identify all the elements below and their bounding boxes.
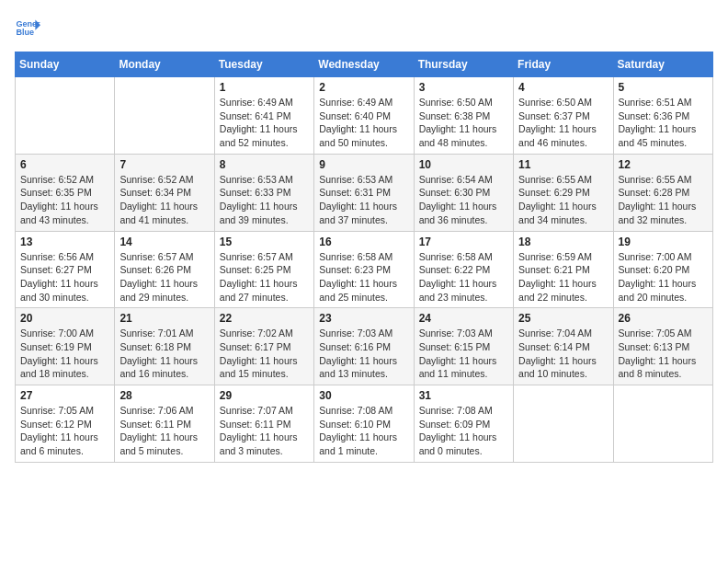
day-number: 28 [119,389,209,402]
calendar-cell: 9Sunrise: 6:53 AM Sunset: 6:31 PM Daylig… [314,154,414,231]
day-number: 22 [220,312,309,325]
day-number: 17 [419,236,508,248]
cell-content: Sunrise: 6:58 AM Sunset: 6:22 PM Dayligh… [419,250,508,304]
cell-content: Sunrise: 6:53 AM Sunset: 6:31 PM Dayligh… [319,173,408,227]
logo-icon: General Blue [15,15,40,40]
cell-content: Sunrise: 6:50 AM Sunset: 6:37 PM Dayligh… [518,96,608,150]
day-number: 11 [518,158,608,171]
cell-content: Sunrise: 7:07 AM Sunset: 6:11 PM Dayligh… [220,404,309,458]
cell-content: Sunrise: 7:08 AM Sunset: 6:09 PM Dayligh… [419,404,508,458]
day-number: 5 [619,81,708,94]
cell-content: Sunrise: 6:55 AM Sunset: 6:29 PM Dayligh… [518,173,608,227]
day-number: 23 [319,312,408,325]
day-number: 27 [20,389,109,402]
cell-content: Sunrise: 6:51 AM Sunset: 6:36 PM Dayligh… [619,96,708,150]
calendar-body: 1Sunrise: 6:49 AM Sunset: 6:41 PM Daylig… [16,77,713,463]
calendar-cell: 12Sunrise: 6:55 AM Sunset: 6:28 PM Dayli… [613,154,712,231]
cell-content: Sunrise: 6:49 AM Sunset: 6:41 PM Dayligh… [220,96,309,150]
calendar-cell: 16Sunrise: 6:58 AM Sunset: 6:23 PM Dayli… [314,231,414,308]
cell-content: Sunrise: 6:53 AM Sunset: 6:33 PM Dayligh… [220,173,309,227]
cell-content: Sunrise: 6:52 AM Sunset: 6:34 PM Dayligh… [119,173,209,227]
calendar-cell: 27Sunrise: 7:05 AM Sunset: 6:12 PM Dayli… [16,385,115,463]
cell-content: Sunrise: 6:55 AM Sunset: 6:28 PM Dayligh… [619,173,708,227]
cell-content: Sunrise: 7:04 AM Sunset: 6:14 PM Dayligh… [518,327,608,381]
day-number: 19 [619,236,708,248]
day-number: 8 [220,158,309,171]
cell-content: Sunrise: 6:57 AM Sunset: 6:25 PM Dayligh… [220,250,309,304]
calendar-cell: 17Sunrise: 6:58 AM Sunset: 6:22 PM Dayli… [414,231,513,308]
cell-content: Sunrise: 6:57 AM Sunset: 6:26 PM Dayligh… [119,250,209,304]
day-number: 16 [319,236,408,248]
cell-content: Sunrise: 6:59 AM Sunset: 6:21 PM Dayligh… [518,250,608,304]
calendar-cell: 2Sunrise: 6:49 AM Sunset: 6:40 PM Daylig… [314,77,414,155]
calendar-cell: 4Sunrise: 6:50 AM Sunset: 6:37 PM Daylig… [514,77,613,155]
day-number: 26 [619,312,708,325]
calendar-cell: 10Sunrise: 6:54 AM Sunset: 6:30 PM Dayli… [414,154,513,231]
cell-content: Sunrise: 6:49 AM Sunset: 6:40 PM Dayligh… [319,96,408,150]
calendar-cell [613,385,712,463]
cell-content: Sunrise: 7:02 AM Sunset: 6:17 PM Dayligh… [220,327,309,381]
cell-content: Sunrise: 7:03 AM Sunset: 6:16 PM Dayligh… [319,327,408,381]
header-cell-tuesday: Tuesday [214,52,313,77]
day-number: 25 [518,312,608,325]
calendar-cell: 11Sunrise: 6:55 AM Sunset: 6:29 PM Dayli… [514,154,613,231]
calendar-cell [16,77,115,155]
calendar-cell: 1Sunrise: 6:49 AM Sunset: 6:41 PM Daylig… [214,77,313,155]
logo: General Blue [15,15,44,40]
header-cell-thursday: Thursday [414,52,513,77]
day-number: 7 [119,158,209,171]
calendar-cell: 31Sunrise: 7:08 AM Sunset: 6:09 PM Dayli… [414,385,513,463]
calendar-cell: 6Sunrise: 6:52 AM Sunset: 6:35 PM Daylig… [16,154,115,231]
day-number: 21 [119,312,209,325]
day-number: 14 [119,236,209,248]
calendar-cell: 7Sunrise: 6:52 AM Sunset: 6:34 PM Daylig… [115,154,214,231]
day-number: 3 [419,81,508,94]
calendar-cell: 26Sunrise: 7:05 AM Sunset: 6:13 PM Dayli… [613,308,712,385]
calendar-cell: 29Sunrise: 7:07 AM Sunset: 6:11 PM Dayli… [214,385,313,463]
calendar-week-3: 13Sunrise: 6:56 AM Sunset: 6:27 PM Dayli… [16,231,713,308]
calendar-cell: 25Sunrise: 7:04 AM Sunset: 6:14 PM Dayli… [514,308,613,385]
day-number: 31 [419,389,508,402]
header-cell-friday: Friday [514,52,613,77]
calendar-cell: 23Sunrise: 7:03 AM Sunset: 6:16 PM Dayli… [314,308,414,385]
day-number: 2 [319,81,408,94]
cell-content: Sunrise: 7:03 AM Sunset: 6:15 PM Dayligh… [419,327,508,381]
cell-content: Sunrise: 6:54 AM Sunset: 6:30 PM Dayligh… [419,173,508,227]
calendar-cell: 22Sunrise: 7:02 AM Sunset: 6:17 PM Dayli… [214,308,313,385]
calendar-week-1: 1Sunrise: 6:49 AM Sunset: 6:41 PM Daylig… [16,77,713,155]
calendar-week-4: 20Sunrise: 7:00 AM Sunset: 6:19 PM Dayli… [16,308,713,385]
calendar-cell: 18Sunrise: 6:59 AM Sunset: 6:21 PM Dayli… [514,231,613,308]
cell-content: Sunrise: 7:00 AM Sunset: 6:19 PM Dayligh… [20,327,109,381]
page-header: General Blue [15,15,713,40]
day-number: 10 [419,158,508,171]
calendar-week-2: 6Sunrise: 6:52 AM Sunset: 6:35 PM Daylig… [16,154,713,231]
cell-content: Sunrise: 7:01 AM Sunset: 6:18 PM Dayligh… [119,327,209,381]
header-cell-monday: Monday [115,52,214,77]
day-number: 13 [20,236,109,248]
svg-text:Blue: Blue [16,28,34,37]
header-cell-wednesday: Wednesday [314,52,414,77]
calendar-header: SundayMondayTuesdayWednesdayThursdayFrid… [16,52,713,77]
cell-content: Sunrise: 7:05 AM Sunset: 6:12 PM Dayligh… [20,404,109,458]
calendar-cell: 28Sunrise: 7:06 AM Sunset: 6:11 PM Dayli… [115,385,214,463]
day-number: 30 [319,389,408,402]
calendar-cell: 19Sunrise: 7:00 AM Sunset: 6:20 PM Dayli… [613,231,712,308]
calendar-cell: 13Sunrise: 6:56 AM Sunset: 6:27 PM Dayli… [16,231,115,308]
calendar-cell: 5Sunrise: 6:51 AM Sunset: 6:36 PM Daylig… [613,77,712,155]
calendar-cell: 8Sunrise: 6:53 AM Sunset: 6:33 PM Daylig… [214,154,313,231]
cell-content: Sunrise: 6:50 AM Sunset: 6:38 PM Dayligh… [419,96,508,150]
calendar-cell: 15Sunrise: 6:57 AM Sunset: 6:25 PM Dayli… [214,231,313,308]
cell-content: Sunrise: 6:58 AM Sunset: 6:23 PM Dayligh… [319,250,408,304]
header-cell-sunday: Sunday [16,52,115,77]
day-number: 6 [20,158,109,171]
calendar-table: SundayMondayTuesdayWednesdayThursdayFrid… [15,52,713,463]
calendar-cell: 3Sunrise: 6:50 AM Sunset: 6:38 PM Daylig… [414,77,513,155]
day-number: 24 [419,312,508,325]
calendar-cell: 24Sunrise: 7:03 AM Sunset: 6:15 PM Dayli… [414,308,513,385]
calendar-cell: 21Sunrise: 7:01 AM Sunset: 6:18 PM Dayli… [115,308,214,385]
cell-content: Sunrise: 7:08 AM Sunset: 6:10 PM Dayligh… [319,404,408,458]
header-row: SundayMondayTuesdayWednesdayThursdayFrid… [16,52,713,77]
calendar-cell [514,385,613,463]
cell-content: Sunrise: 7:06 AM Sunset: 6:11 PM Dayligh… [119,404,209,458]
calendar-cell [115,77,214,155]
